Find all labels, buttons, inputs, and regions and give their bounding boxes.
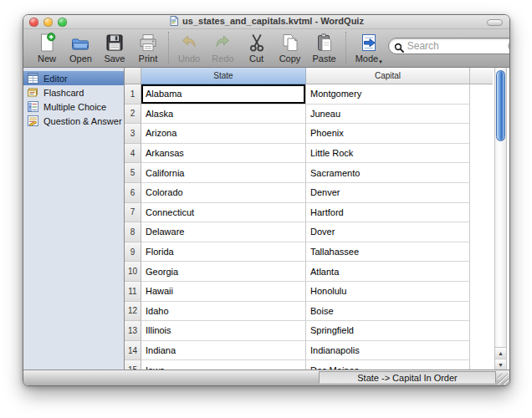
scroll-down-arrow-icon[interactable]: ▼ — [495, 359, 506, 370]
column-header-capital[interactable]: Capital — [306, 68, 470, 84]
capital-cell[interactable]: Honolulu — [306, 282, 470, 302]
capital-cell[interactable]: Tallahassee — [306, 242, 470, 263]
state-cell[interactable]: Idaho — [141, 302, 306, 322]
toolbar-button-label: Mode▾ — [356, 54, 382, 65]
state-cell[interactable]: Delaware — [141, 222, 306, 242]
row-number-cell[interactable]: 15 — [125, 360, 141, 370]
search-input[interactable] — [388, 38, 510, 54]
toolbar-button-mode[interactable]: Mode▾ — [350, 31, 388, 65]
capital-cell[interactable]: Dover — [306, 222, 470, 242]
row-number-cell[interactable]: 8 — [125, 222, 141, 242]
table-row: 3ArizonaPhoenix — [125, 124, 493, 144]
row-number-cell[interactable]: 6 — [125, 183, 141, 203]
table-row: 15IowaDes Moines — [125, 360, 493, 370]
state-cell[interactable]: Georgia — [141, 262, 306, 282]
row-number-cell[interactable]: 7 — [125, 203, 141, 223]
capital-cell[interactable]: Juneau — [306, 104, 470, 125]
mode-icon — [358, 32, 380, 54]
row-number-cell[interactable]: 4 — [125, 144, 141, 164]
capital-cell[interactable]: Springfield — [306, 321, 470, 341]
toolbar-button-copy[interactable]: Copy — [274, 31, 307, 64]
row-number-cell[interactable]: 13 — [125, 321, 141, 341]
toolbar-button-label: Paste — [313, 54, 336, 64]
toolbar-button-groups: NewOpenSavePrintUndoRedoCutCopyPasteMode… — [30, 31, 388, 65]
table-row: 8DelawareDover — [125, 222, 493, 242]
sidebar-item-label: Question & Answer — [43, 116, 122, 126]
capital-cell[interactable]: Indianapolis — [306, 341, 470, 361]
row-number-cell[interactable]: 5 — [125, 163, 141, 183]
state-cell[interactable]: Iowa — [141, 360, 306, 370]
sidebar-item-label: Flashcard — [43, 88, 84, 98]
state-cell[interactable]: California — [141, 163, 306, 183]
toolbar-button-open[interactable]: Open — [64, 31, 98, 64]
table-row: 1AlabamaMontgomery — [125, 84, 493, 104]
table-corner-cell[interactable] — [125, 68, 141, 84]
wordquiz-window: us_states_and_capitals.kvtml - WordQuiz … — [23, 14, 510, 386]
editor-icon — [28, 73, 39, 84]
quiz-mode-status: State -> Capital In Order — [319, 371, 496, 384]
sidebar-item-flashcard[interactable]: Flashcard — [23, 85, 124, 99]
toolbar-button-cut[interactable]: Cut — [240, 31, 274, 64]
scroll-up-arrow-icon[interactable]: ▲ — [495, 348, 506, 359]
redo-icon — [212, 32, 233, 54]
row-number-cell[interactable]: 10 — [125, 262, 141, 282]
table-row: 6ColoradoDenver — [125, 183, 493, 203]
row-number-cell[interactable]: 3 — [125, 124, 141, 144]
state-cell[interactable]: Colorado — [141, 183, 306, 203]
state-cell[interactable]: Connecticut — [141, 203, 306, 223]
title-bar[interactable]: us_states_and_capitals.kvtml - WordQuiz — [23, 15, 509, 29]
vocabulary-table: State Capital 1AlabamaMontgomery2AlaskaJ… — [125, 68, 493, 370]
vertical-scrollbar[interactable]: ▲ ▼ — [494, 68, 507, 370]
sidebar-item-question-answer[interactable]: Question & Answer — [23, 114, 124, 128]
state-cell[interactable]: Indiana — [141, 341, 306, 361]
toolbar-button-label: Undo — [178, 54, 200, 64]
row-number-cell[interactable]: 9 — [125, 242, 141, 263]
capital-cell[interactable]: Phoenix — [306, 124, 470, 144]
table-row: 14IndianaIndianapolis — [125, 341, 493, 361]
toolbar-button-label: Cut — [249, 54, 263, 64]
toolbar-button-paste[interactable]: Paste — [307, 31, 342, 64]
capital-cell[interactable]: Montgomery — [306, 84, 470, 104]
undo-icon — [178, 32, 200, 54]
state-cell[interactable]: Arizona — [141, 124, 306, 144]
row-number-cell[interactable]: 2 — [125, 104, 141, 125]
capital-cell[interactable]: Boise — [306, 302, 470, 322]
state-cell[interactable]: Alaska — [141, 104, 306, 125]
toolbar-button-label: New — [38, 54, 56, 64]
toolbar-button-new[interactable]: New — [30, 31, 64, 64]
column-header-state[interactable]: State — [141, 68, 306, 84]
state-cell[interactable]: Hawaii — [141, 282, 306, 302]
dropdown-arrow-icon: ▾ — [379, 59, 382, 64]
capital-cell[interactable]: Atlanta — [306, 262, 470, 282]
state-cell[interactable]: Illinois — [141, 321, 306, 341]
sidebar-item-multiple-choice[interactable]: Multiple Choice — [23, 99, 124, 114]
toolbar-separator — [345, 32, 346, 64]
capital-cell[interactable]: Sacramento — [306, 163, 470, 183]
capital-cell[interactable]: Denver — [306, 183, 470, 203]
sidebar-item-editor[interactable]: Editor — [23, 71, 124, 85]
flashcard-icon — [28, 87, 39, 98]
state-cell[interactable]: Arkansas — [141, 144, 306, 164]
capital-cell[interactable]: Hartford — [306, 203, 470, 223]
toolbar-toggle-button[interactable] — [487, 19, 503, 26]
state-cell[interactable]: Florida — [141, 242, 306, 263]
row-number-cell[interactable]: 12 — [125, 302, 141, 322]
table-row: 11HawaiiHonolulu — [125, 282, 493, 302]
save-floppy-icon — [104, 32, 125, 54]
capital-cell[interactable]: Little Rock — [306, 144, 470, 164]
row-number-cell[interactable]: 1 — [125, 84, 141, 104]
scrollbar-thumb[interactable] — [496, 70, 505, 141]
window-title: us_states_and_capitals.kvtml - WordQuiz — [23, 16, 509, 28]
toolbar-button-save[interactable]: Save — [98, 31, 131, 64]
toolbar-button-print[interactable]: Print — [131, 31, 165, 64]
state-cell[interactable]: Alabama — [141, 84, 306, 104]
toolbar-button-label: Print — [139, 54, 158, 64]
sidebar: EditorFlashcardMultiple ChoiceQuestion &… — [23, 68, 125, 370]
document-icon — [169, 16, 179, 28]
row-number-cell[interactable]: 11 — [125, 282, 141, 302]
resize-grip[interactable] — [498, 374, 509, 385]
row-number-cell[interactable]: 14 — [125, 341, 141, 361]
search-container: ✕ — [388, 38, 510, 54]
capital-cell[interactable]: Des Moines — [306, 360, 470, 370]
table-row: 4ArkansasLittle Rock — [125, 144, 493, 164]
